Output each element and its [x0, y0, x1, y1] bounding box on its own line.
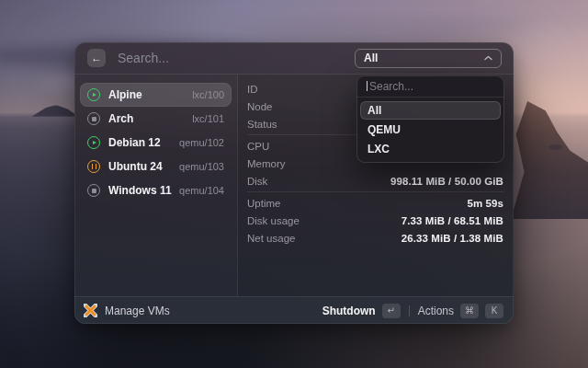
- detail-value: 5m 59s: [467, 198, 503, 209]
- detail-label: CPU: [247, 141, 269, 152]
- detail-label: Memory: [247, 158, 286, 169]
- dropdown-options: All QEMU LXC: [356, 98, 504, 163]
- status-pause-icon: [87, 160, 100, 173]
- vm-row-arch[interactable]: Arch lxc/101: [80, 107, 232, 131]
- back-button[interactable]: ←: [87, 49, 106, 67]
- app-label: Manage VMs: [105, 305, 170, 317]
- enter-key-icon: ↵: [382, 304, 401, 318]
- shutdown-label: Shutdown: [322, 305, 376, 317]
- option-all[interactable]: All: [360, 101, 501, 120]
- footer-divider: [409, 305, 410, 316]
- vm-name: Arch: [108, 112, 133, 125]
- status-play-icon: [87, 88, 100, 101]
- vm-name: Alpine: [108, 88, 142, 101]
- vm-name: Debian 12: [108, 136, 161, 149]
- actions-label: Actions: [418, 305, 454, 317]
- status-stop-icon: [87, 184, 100, 197]
- dropdown-search-input[interactable]: [369, 80, 494, 93]
- command-key-icon: ⌘: [460, 304, 479, 318]
- vm-id: lxc/100: [192, 89, 224, 100]
- vm-row-windows[interactable]: Windows 11 qemu/104: [80, 178, 232, 202]
- vm-row-ubuntu[interactable]: Ubuntu 24 qemu/103: [80, 155, 232, 178]
- vm-id: qemu/104: [179, 185, 224, 196]
- detail-row-disk-usage: Disk usage 7.33 MiB / 68.51 MiB: [238, 212, 514, 229]
- search-input[interactable]: [118, 51, 355, 65]
- shutdown-button[interactable]: Shutdown ↵: [322, 304, 401, 318]
- vm-id: qemu/103: [179, 161, 224, 172]
- filter-dropdown-popup: All QEMU LXC: [356, 75, 504, 163]
- detail-label: Status: [247, 119, 277, 130]
- detail-label: Node: [247, 101, 273, 112]
- section-divider: [247, 191, 504, 192]
- footer-actions: Shutdown ↵ Actions ⌘ K: [322, 304, 503, 318]
- vm-list: Alpine lxc/100 Arch lxc/101 Debian 12 qe…: [74, 75, 238, 296]
- type-filter-dropdown[interactable]: All: [355, 49, 502, 68]
- top-bar: ← All: [74, 42, 514, 75]
- detail-row-uptime: Uptime 5m 59s: [238, 194, 514, 212]
- option-qemu[interactable]: QEMU: [360, 121, 501, 139]
- vm-row-alpine[interactable]: Alpine lxc/100: [80, 83, 232, 107]
- footer-bar: Manage VMs Shutdown ↵ Actions ⌘ K: [74, 296, 514, 324]
- detail-label: Disk usage: [247, 215, 300, 226]
- detail-row-net-usage: Net usage 26.33 MiB / 1.38 MiB: [238, 229, 514, 247]
- vm-row-debian[interactable]: Debian 12 qemu/102: [80, 131, 232, 155]
- detail-label: ID: [247, 84, 258, 95]
- dropdown-search-field[interactable]: [356, 75, 504, 98]
- chevron-up-icon: [484, 55, 492, 61]
- option-lxc[interactable]: LXC: [360, 140, 501, 158]
- detail-label: Net usage: [247, 233, 295, 244]
- detail-label: Uptime: [247, 198, 280, 209]
- detail-value: 7.33 MiB / 68.51 MiB: [401, 215, 503, 226]
- text-caret: [367, 81, 368, 91]
- vm-name: Windows 11: [108, 184, 172, 197]
- filter-value: All: [364, 52, 378, 64]
- detail-value: 26.33 MiB / 1.38 MiB: [401, 233, 503, 244]
- proxmox-logo-icon: [84, 304, 97, 317]
- status-play-icon: [87, 136, 100, 149]
- vm-id: lxc/101: [192, 113, 224, 124]
- detail-value: 998.11 MiB / 50.00 GiB: [390, 176, 503, 187]
- detail-row-disk: Disk 998.11 MiB / 50.00 GiB: [238, 172, 514, 190]
- k-key-icon: K: [485, 304, 503, 318]
- detail-label: Disk: [247, 176, 267, 187]
- actions-button[interactable]: Actions ⌘ K: [418, 304, 503, 318]
- status-stop-icon: [87, 112, 100, 125]
- vm-id: qemu/102: [179, 137, 224, 148]
- vm-name: Ubuntu 24: [108, 160, 163, 173]
- arrow-left-icon: ←: [91, 52, 102, 63]
